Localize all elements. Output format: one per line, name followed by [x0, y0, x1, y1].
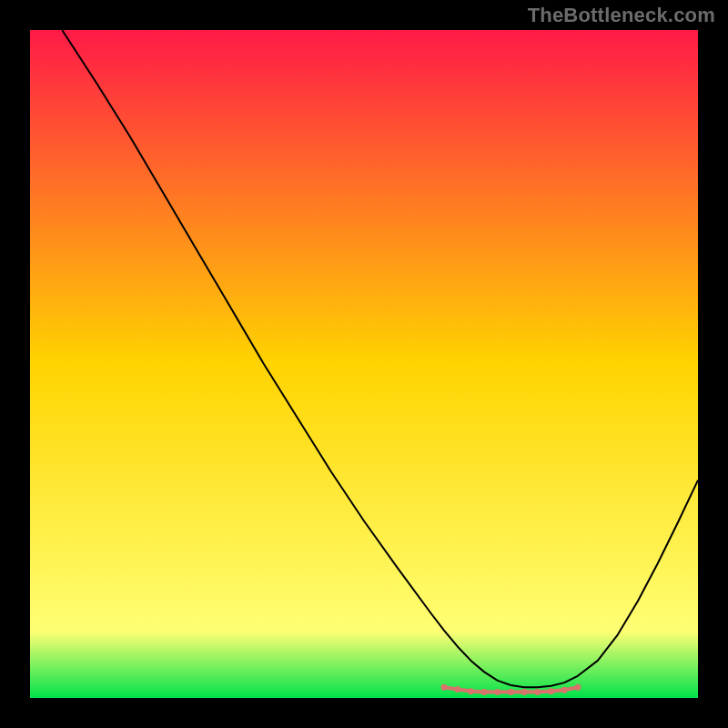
gradient-background: [30, 30, 698, 698]
optimal-zone-highlight-dot: [574, 684, 581, 691]
chart-frame: TheBottleneck.com: [0, 0, 728, 728]
watermark-text: TheBottleneck.com: [528, 4, 715, 27]
chart-svg: [30, 30, 698, 698]
plot-area: [30, 30, 698, 698]
